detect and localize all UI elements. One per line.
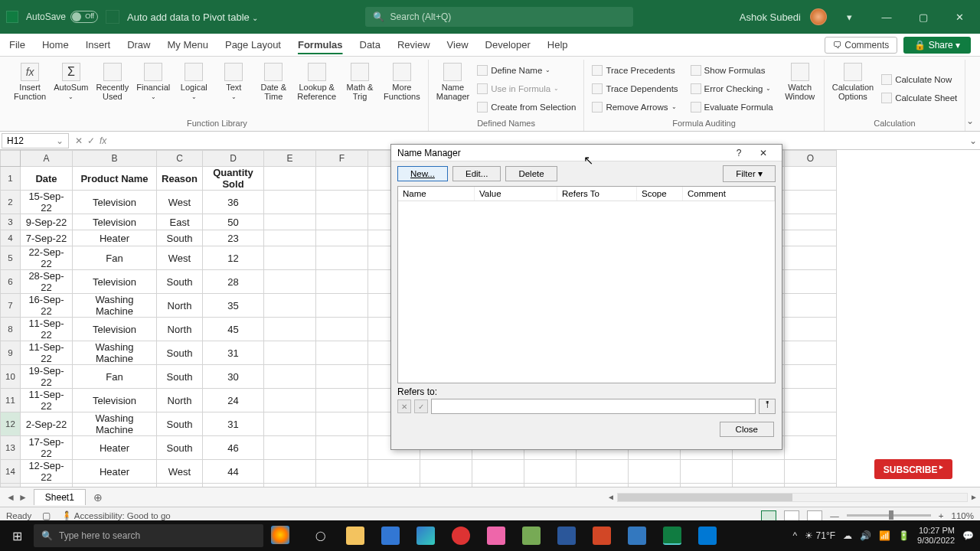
col-header-D[interactable]: D (203, 151, 264, 167)
cell[interactable]: 12-Sep-22 (21, 460, 73, 484)
text-button[interactable]: Text⌄ (214, 60, 253, 117)
col-header-C[interactable]: C (157, 151, 203, 167)
wifi-icon[interactable]: 📶 (879, 530, 890, 541)
row-header-13[interactable]: 13 (1, 436, 21, 460)
date-time-button[interactable]: Date & Time (254, 60, 292, 117)
row-header-11[interactable]: 11 (1, 389, 21, 412)
row-header-7[interactable]: 7 (1, 294, 21, 318)
cell[interactable]: Television (73, 214, 157, 230)
cell[interactable]: South (157, 412, 203, 436)
col-value[interactable]: Value (475, 187, 557, 201)
cell[interactable]: 11-Sep-22 (21, 389, 73, 412)
tab-pagelayout[interactable]: Page Layout (225, 39, 281, 51)
more-functions-button[interactable]: More Functions (381, 60, 423, 117)
cell[interactable]: South (157, 341, 203, 365)
page-break-view-button[interactable] (807, 510, 822, 521)
taskbar-app-excel[interactable] (655, 520, 689, 551)
cell[interactable]: Washing Machine (73, 294, 157, 318)
cell[interactable] (264, 246, 316, 270)
tab-formulas[interactable]: Formulas (298, 39, 343, 51)
clock[interactable]: 10:27 PM9/30/2022 (917, 526, 955, 545)
cell[interactable]: South (157, 230, 203, 246)
cell[interactable]: 19-Sep-22 (21, 365, 73, 389)
cell[interactable] (21, 484, 73, 487)
search-box[interactable]: 🔍 Search (Alt+Q) (365, 7, 633, 27)
cortana-icon[interactable] (263, 526, 297, 546)
subscribe-button[interactable]: SUBSCRIBE (874, 459, 952, 479)
cell[interactable] (316, 412, 368, 436)
error-checking-button[interactable]: Error Checking ⌄ (688, 81, 776, 96)
cell[interactable]: 9-Sep-22 (21, 214, 73, 230)
lookup-ref-button[interactable]: Lookup & Reference (294, 60, 339, 117)
range-picker-button[interactable]: ⭱ (759, 399, 776, 414)
cell[interactable]: Washing Machine (73, 412, 157, 436)
tab-file[interactable]: File (9, 39, 25, 51)
cell[interactable] (577, 460, 629, 484)
cell[interactable]: 28-Sep-22 (21, 270, 73, 294)
cell[interactable] (785, 484, 837, 487)
cell[interactable] (368, 484, 420, 487)
zoom-in-button[interactable]: + (939, 511, 944, 520)
cell[interactable] (316, 214, 368, 230)
cell[interactable] (420, 484, 472, 487)
cell[interactable] (368, 460, 420, 484)
dialog-close-button[interactable]: Close (720, 422, 774, 437)
refers-to-input[interactable] (431, 399, 756, 414)
cell[interactable] (785, 365, 837, 389)
cell[interactable] (733, 484, 785, 487)
use-in-formula-button[interactable]: Use in Formula ⌄ (474, 81, 579, 96)
evaluate-formula-button[interactable]: Evaluate Formula (688, 99, 776, 115)
cell[interactable]: Product Name (73, 167, 157, 191)
row-header-8[interactable]: 8 (1, 318, 21, 341)
normal-view-button[interactable] (761, 510, 776, 521)
cell[interactable]: 45 (203, 318, 264, 341)
cell[interactable]: 31 (203, 412, 264, 436)
taskbar-app-paint[interactable] (479, 520, 513, 551)
sheet-nav-prev[interactable]: ◄ (6, 492, 15, 503)
cell[interactable] (785, 389, 837, 412)
cell[interactable] (785, 318, 837, 341)
onedrive-icon[interactable]: ☁ (843, 530, 852, 541)
add-sheet-button[interactable]: ⊕ (86, 491, 110, 504)
cell[interactable]: Television (73, 389, 157, 412)
cell[interactable] (785, 294, 837, 318)
cell[interactable] (785, 436, 837, 460)
cell[interactable]: North (157, 389, 203, 412)
refers-accept-icon[interactable]: ✓ (414, 399, 428, 413)
cell[interactable] (264, 270, 316, 294)
cell[interactable] (785, 412, 837, 436)
taskbar-app-mail[interactable] (374, 520, 407, 551)
col-refers-to[interactable]: Refers To (557, 187, 637, 201)
macro-recorder-icon[interactable]: ▢ (42, 510, 51, 521)
cell[interactable]: Fan (73, 246, 157, 270)
tray-chevron-icon[interactable]: ^ (793, 530, 798, 541)
calculate-now-button[interactable]: Calculate Now (878, 72, 960, 87)
cell[interactable]: West (157, 460, 203, 484)
cell[interactable] (316, 341, 368, 365)
row-header-4[interactable]: 4 (1, 230, 21, 246)
cell[interactable]: North (157, 318, 203, 341)
document-name[interactable]: Auto add data to Pivot table (127, 11, 258, 23)
tab-data[interactable]: Data (360, 39, 381, 51)
cell[interactable] (264, 436, 316, 460)
maximize-button[interactable]: ▢ (910, 5, 937, 28)
cell[interactable]: Date (21, 167, 73, 191)
cell[interactable] (785, 191, 837, 214)
notifications-icon[interactable]: 💬 (962, 530, 974, 541)
cell[interactable] (264, 460, 316, 484)
cell[interactable] (316, 318, 368, 341)
cell[interactable] (472, 484, 524, 487)
share-button[interactable]: 🔒 Share ▾ (903, 37, 971, 54)
row-header-14[interactable]: 14 (1, 460, 21, 484)
cell[interactable]: East (157, 214, 203, 230)
row-header-15[interactable]: 15 (1, 484, 21, 487)
cell[interactable]: 50 (203, 214, 264, 230)
cell[interactable] (264, 389, 316, 412)
taskbar-app-edge[interactable] (409, 520, 443, 551)
recently-used-button[interactable]: Recently Used (93, 60, 132, 117)
cell[interactable]: 11-Sep-22 (21, 341, 73, 365)
cell[interactable] (316, 389, 368, 412)
select-all-cell[interactable] (1, 151, 21, 167)
cell[interactable]: 31 (203, 341, 264, 365)
trace-precedents-button[interactable]: Trace Precedents (589, 63, 681, 78)
